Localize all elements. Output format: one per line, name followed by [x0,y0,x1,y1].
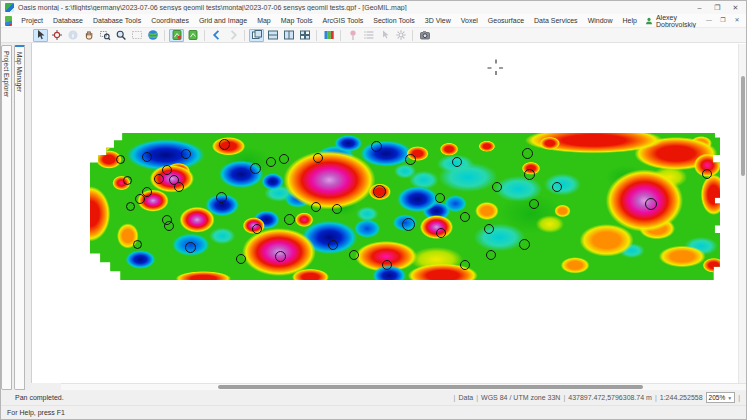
mdi-restore-button[interactable]: ❐ [716,15,730,26]
target-tool-button[interactable] [49,29,64,42]
anomaly-marker [126,202,135,211]
pin-button[interactable] [345,29,360,42]
anomaly-marker [185,242,196,253]
status-segment-2: 437897.472,5796308.74 m [568,394,652,401]
forward-nav-button[interactable] [225,29,240,42]
target-tool-icon [51,29,63,41]
anomaly-marker [328,240,338,250]
anomaly-marker [349,250,359,260]
window-cascade-button[interactable] [249,29,264,42]
anomaly-marker [435,193,445,203]
list-button[interactable] [361,29,376,42]
menu-item-map[interactable]: Map [252,15,276,26]
pan-tool-button[interactable] [33,29,48,42]
anomaly-marker [460,260,470,270]
anomaly-marker [154,174,164,184]
zoom-level-value: 205% [709,394,726,401]
info-tool-button[interactable] [65,29,80,42]
globe-tool-button[interactable] [145,29,160,42]
document-icon [5,16,12,26]
menu-item-section-tools[interactable]: Section Tools [368,15,420,26]
window-tile-v-icon [283,29,295,41]
menu-item-database-tools[interactable]: Database Tools [88,15,146,26]
anomaly-marker [311,202,321,212]
menu-item-data-services[interactable]: Data Services [529,15,583,26]
map-doc-button[interactable] [185,29,200,42]
menu-item-coordinates[interactable]: Coordinates [146,15,194,26]
help-bar: For Help, press F1 [1,405,746,419]
toolbar [1,28,746,43]
sidebar-tab-project-explorer[interactable]: Project Explorer [1,45,12,390]
anomaly-marker [552,182,562,192]
anomaly-marker [519,239,530,250]
mdi-close-button[interactable]: ✕ [730,15,744,26]
window-tile-v-button[interactable] [281,29,296,42]
anomaly-marker [236,254,246,264]
menu-item-help[interactable]: Help [618,15,642,26]
anomaly-marker [116,155,125,164]
map-canvas[interactable] [90,133,720,280]
back-nav-button[interactable] [209,29,224,42]
camera-icon [419,29,431,41]
select-rect-tool-button[interactable] [129,29,144,42]
anomaly-marker [313,153,323,163]
window-title: Oasis montaj - s:\flights\germany\2023-0… [18,4,691,11]
anomaly-marker [522,148,533,159]
status-separator: | [476,394,478,401]
map-doc-marker-icon [171,29,183,41]
zoom-tool-button[interactable] [113,29,128,42]
vertical-scrollbar[interactable] [738,44,746,383]
window-arrange-button[interactable] [297,29,312,42]
anomaly-marker [219,139,230,150]
palette-button[interactable] [321,29,336,42]
menu-item-project[interactable]: Project [16,15,48,26]
menu-item-grid-and-image[interactable]: Grid and Image [194,15,252,26]
menu-item-arcgis-tools[interactable]: ArcGIS Tools [318,15,369,26]
list-icon [363,29,375,41]
menu-item-3d-view[interactable]: 3D View [420,15,456,26]
hand-tool-button[interactable] [81,29,96,42]
zoom-tool-icon [115,29,127,41]
anomaly-marker [452,157,462,167]
window-cascade-icon [251,29,263,41]
horizontal-scrollbar-thumb[interactable] [218,385,643,389]
vertical-scrollbar-thumb[interactable] [741,76,745,176]
anomaly-marker [181,149,191,159]
zoom-box-tool-button[interactable] [97,29,112,42]
map-doc-marker-button[interactable] [169,29,184,42]
anomaly-marker [484,224,494,234]
anomaly-marker [645,198,657,210]
mdi-minimize-button[interactable]: — [702,15,716,26]
cursor-info-button[interactable] [377,29,392,42]
status-separator: | [655,394,657,401]
application-window: Oasis montaj - s:\flights\germany\2023-0… [0,0,747,420]
camera-button[interactable] [417,29,432,42]
restore-button[interactable]: ❐ [709,2,726,13]
close-button[interactable]: ✕ [727,2,744,13]
status-separator: | [563,394,565,401]
sidebar-tabstrip: Project ExplorerMap Manager [1,43,31,390]
toolbar-separator [412,30,413,41]
anomaly-marker [174,182,184,192]
toolbar-separator [316,30,317,41]
menu-item-geosurface[interactable]: Geosurface [483,15,529,26]
menu-item-map-tools[interactable]: Map Tools [276,15,318,26]
anomaly-marker [702,169,712,179]
window-tile-h-button[interactable] [265,29,280,42]
toolbar-separator [164,30,165,41]
select-rect-tool-icon [131,29,143,41]
sidebar-tab-map-manager[interactable]: Map Manager [14,45,25,390]
anomaly-marker [382,260,392,270]
menu-item-database[interactable]: Database [48,15,88,26]
user-account[interactable]: Alexey Dobrovolskiy [642,13,699,29]
map-doc-icon [187,29,199,41]
map-document-area [31,43,746,383]
anomaly-marker [135,194,145,204]
menu-item-voxel[interactable]: Voxel [456,15,483,26]
status-message: Pan completed. [15,394,64,401]
zoom-level-dropdown[interactable]: 205% ▼ [706,392,736,403]
horizontal-scrollbar[interactable] [61,383,746,390]
gear-button[interactable] [393,29,408,42]
minimize-button[interactable]: – [691,2,708,13]
menu-item-window[interactable]: Window [583,15,618,26]
